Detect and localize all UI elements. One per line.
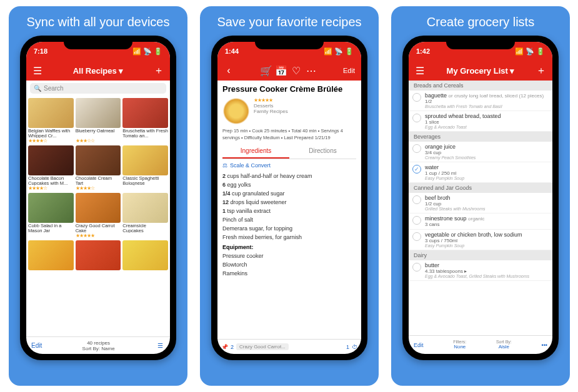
footer: Edit 40 recipes Sort By: Name ☰ bbox=[26, 336, 170, 354]
recipe-name: Crazy Good Carrot Cake bbox=[76, 223, 121, 233]
grocery-item-source: Grilled Steaks with Mushrooms bbox=[425, 207, 547, 211]
recipe-count: 40 recipes bbox=[42, 340, 155, 346]
search-input[interactable]: 🔍 Search bbox=[30, 83, 166, 94]
nav-title[interactable]: All Recipes ▾ bbox=[42, 66, 154, 76]
foot-chip[interactable]: Crazy Good Carrot... bbox=[236, 343, 289, 350]
recipe-image[interactable] bbox=[222, 97, 250, 125]
recipe-source[interactable]: Family Recipes bbox=[254, 109, 288, 114]
recipe-meta: ★★★★★ Desserts Family Recipes bbox=[254, 97, 288, 125]
grocery-section-header: Canned and Jar Goods bbox=[409, 183, 552, 193]
grocery-item[interactable]: sprouted wheat bread, toasted1 sliceEgg … bbox=[409, 111, 552, 132]
calendar-icon[interactable]: 📅 bbox=[276, 66, 286, 76]
sort-control[interactable]: Sort By:Aisle bbox=[496, 340, 512, 350]
recipe-card[interactable]: Bruschetta with Fresh Tomato an... bbox=[122, 98, 168, 144]
sort-label[interactable]: Sort By: Name bbox=[42, 346, 155, 351]
ingredient-item[interactable]: 1/4 cup granulated sugar bbox=[217, 189, 361, 198]
nav-title[interactable]: My Grocery List ▾ bbox=[425, 66, 536, 76]
recipe-thumb bbox=[122, 193, 168, 223]
notch bbox=[255, 36, 324, 49]
recipe-stars[interactable]: ★★★★★ bbox=[254, 97, 288, 103]
recipe-thumb bbox=[76, 98, 121, 128]
grocery-item-amount: 1/2 bbox=[425, 99, 547, 104]
recipe-card[interactable]: Chocolate Cream Tart★★★★☆ bbox=[76, 145, 121, 191]
recipe-card[interactable]: Classic Spaghetti Bolognese bbox=[122, 145, 168, 191]
ingredient-item[interactable]: 6 egg yolks bbox=[217, 180, 361, 189]
recipe-card[interactable]: Blueberry Oatmeal★★★☆☆ bbox=[76, 98, 121, 144]
ingredient-item[interactable]: Fresh mixed berries, for garnish bbox=[217, 233, 361, 242]
grocery-item-amount: 3 cups / 750ml bbox=[425, 238, 547, 243]
grocery-item-name: orange juice bbox=[425, 144, 547, 150]
equipment-item: Blowtorch bbox=[217, 260, 361, 269]
grocery-item-source: Easy Pumpkin Soup bbox=[425, 243, 547, 248]
recipe-card[interactable]: Creamsicle Cupcakes bbox=[122, 193, 168, 238]
recipe-stars: ★★★☆☆ bbox=[76, 138, 121, 144]
search-placeholder: Search bbox=[44, 85, 64, 92]
grocery-item[interactable]: baguette or crusty long loaf bread, slic… bbox=[409, 91, 552, 111]
recipe-name: Chocolate Cream Tart bbox=[76, 176, 121, 185]
recipe-card[interactable]: Chocolate Bacon Cupcakes with M...★★★★☆ bbox=[28, 145, 74, 191]
recipe-thumb bbox=[28, 145, 74, 175]
recipe-grid: Belgian Waffles with Whipped Cr...★★★★☆B… bbox=[26, 96, 170, 240]
edit-button[interactable]: Edit bbox=[414, 342, 424, 348]
ingredient-item[interactable]: 2 cups half-and-half or heavy cream bbox=[217, 172, 361, 180]
grocery-section-header: Dairy bbox=[409, 250, 552, 260]
recipe-thumb[interactable] bbox=[76, 240, 121, 270]
edit-button[interactable]: Edit bbox=[31, 342, 42, 349]
recipe-category[interactable]: Desserts bbox=[254, 103, 288, 109]
recipe-name: Cobb Salad in a Mason Jar bbox=[28, 223, 74, 233]
content: Pressure Cooker Crème Brûlée ★★★★★ Desse… bbox=[217, 81, 361, 339]
timer-icon[interactable]: ⏱ bbox=[352, 344, 357, 350]
back-icon[interactable]: ‹ bbox=[224, 66, 234, 76]
tab-ingredients[interactable]: Ingredients bbox=[222, 144, 289, 159]
notch bbox=[64, 36, 132, 49]
grocery-item-source: Easy Pumpkin Soup bbox=[425, 176, 547, 180]
grocery-item[interactable]: orange juice3/4 cupCreamy Peach Smoothie… bbox=[409, 142, 552, 162]
screen: 7:18 📶 📡 🔋 ☰ All Recipes ▾ ＋ 🔍 Search Be… bbox=[26, 42, 170, 354]
recipe-thumb bbox=[28, 193, 74, 223]
more-icon[interactable]: ⋯ bbox=[306, 66, 316, 76]
filters-control[interactable]: Filters:None bbox=[453, 340, 466, 350]
edit-button[interactable]: Edit bbox=[343, 67, 355, 74]
grocery-footer: Edit Filters:None Sort By:Aisle ••• bbox=[409, 335, 552, 354]
ingredient-item[interactable]: Demerara sugar, for topping bbox=[217, 224, 361, 233]
heart-icon[interactable]: ♡ bbox=[291, 66, 301, 76]
panel-grocery: Create grocery lists 1:42 📶 📡 🔋 ☰ My Gro… bbox=[391, 6, 570, 386]
menu-icon[interactable]: ☰ bbox=[32, 66, 42, 76]
nav-bar: ‹ 🛒 📅 ♡ ⋯ Edit bbox=[217, 61, 361, 81]
grocery-section-header: Beverages bbox=[409, 132, 552, 142]
recipe-thumb[interactable] bbox=[122, 240, 168, 270]
cart-icon[interactable]: 🛒 bbox=[261, 66, 271, 76]
recipe-prep-info: Prep 15 min • Cook 25 minutes • Total 40… bbox=[217, 125, 361, 144]
view-icon[interactable]: ☰ bbox=[155, 341, 165, 351]
tab-directions[interactable]: Directions bbox=[289, 144, 356, 159]
ingredient-item[interactable]: Pinch of salt bbox=[217, 215, 361, 224]
grocery-item[interactable]: water1 cup / 250 mlEasy Pumpkin Soup bbox=[409, 162, 552, 183]
add-icon[interactable]: ＋ bbox=[154, 66, 164, 76]
recipe-thumb bbox=[76, 145, 121, 175]
recipe-card[interactable]: Belgian Waffles with Whipped Cr...★★★★☆ bbox=[28, 98, 74, 144]
equipment-heading: Equipment: bbox=[217, 242, 361, 252]
recipe-card[interactable]: Crazy Good Carrot Cake★★★★★ bbox=[76, 193, 121, 238]
more-icon[interactable]: ••• bbox=[542, 342, 547, 348]
grocery-item[interactable]: butter4.33 tablespoons ▸Egg & Avocado To… bbox=[409, 260, 552, 281]
recipe-thumb[interactable] bbox=[28, 240, 74, 270]
grocery-item-source: Egg & Avocado Toast bbox=[425, 125, 547, 129]
screen: 1:44 📶 📡 🔋 ‹ 🛒 📅 ♡ ⋯ Edit Pressure Cooke… bbox=[217, 42, 361, 354]
recipe-card[interactable]: Cobb Salad in a Mason Jar bbox=[28, 193, 74, 238]
ingredient-item[interactable]: 1 tsp vanilla extract bbox=[217, 207, 361, 215]
status-time: 1:42 bbox=[416, 47, 430, 55]
panel-title: Sync with all your devices bbox=[27, 15, 170, 29]
grocery-item[interactable]: minestrone soup organic3 cans bbox=[409, 213, 552, 230]
scale-icon: ⚖ bbox=[222, 162, 227, 169]
grocery-item-source: Bruschetta with Fresh Tomato and Basil bbox=[425, 104, 547, 109]
ingredients-list: 2 cups half-and-half or heavy cream6 egg… bbox=[217, 172, 361, 242]
grocery-item[interactable]: vegetable or chicken broth, low sodium3 … bbox=[409, 230, 552, 250]
recipe-stars: ★★★★★ bbox=[76, 233, 121, 238]
ingredient-item[interactable]: 12 drops liquid sweetener bbox=[217, 198, 361, 207]
pin-icon[interactable]: 📌 bbox=[221, 344, 228, 350]
search-icon: 🔍 bbox=[34, 85, 41, 92]
menu-icon[interactable]: ☰ bbox=[415, 66, 425, 76]
add-icon[interactable]: ＋ bbox=[536, 66, 546, 76]
grocery-item[interactable]: beef broth1/2 cupGrilled Steaks with Mus… bbox=[409, 193, 552, 213]
scale-convert-link[interactable]: ⚖ Scale & Convert bbox=[217, 159, 361, 172]
